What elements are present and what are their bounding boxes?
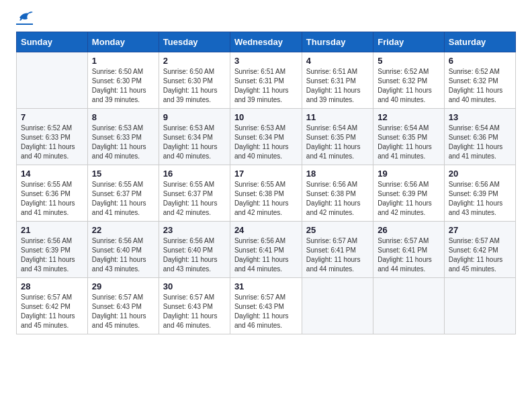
day-info: Sunrise: 6:53 AMSunset: 6:34 PMDaylight:… — [163, 124, 226, 161]
day-info: Sunrise: 6:56 AMSunset: 6:39 PMDaylight:… — [449, 180, 511, 218]
calendar-cell — [373, 278, 445, 334]
day-info: Sunrise: 6:56 AMSunset: 6:39 PMDaylight:… — [21, 236, 83, 274]
day-info: Sunrise: 6:54 AMSunset: 6:35 PMDaylight:… — [378, 124, 440, 161]
day-info: Sunrise: 6:53 AMSunset: 6:34 PMDaylight:… — [234, 124, 298, 161]
day-info: Sunrise: 6:55 AMSunset: 6:37 PMDaylight:… — [163, 180, 226, 218]
calendar-cell — [302, 278, 373, 334]
day-number: 26 — [378, 225, 440, 235]
day-info: Sunrise: 6:56 AMSunset: 6:40 PMDaylight:… — [163, 236, 226, 274]
day-number: 29 — [92, 281, 154, 291]
calendar-cell: 30Sunrise: 6:57 AMSunset: 6:43 PMDayligh… — [159, 278, 230, 334]
calendar-cell — [17, 52, 88, 109]
day-number: 8 — [92, 112, 154, 122]
calendar-cell: 18Sunrise: 6:56 AMSunset: 6:38 PMDayligh… — [302, 165, 373, 222]
calendar-header-sunday: Sunday — [17, 32, 88, 52]
day-number: 31 — [234, 281, 298, 291]
calendar-cell: 22Sunrise: 6:56 AMSunset: 6:40 PMDayligh… — [87, 222, 159, 278]
day-info: Sunrise: 6:56 AMSunset: 6:38 PMDaylight:… — [306, 180, 369, 218]
calendar-cell: 27Sunrise: 6:57 AMSunset: 6:42 PMDayligh… — [444, 222, 515, 278]
calendar-header-thursday: Thursday — [302, 32, 373, 52]
day-number: 3 — [234, 56, 298, 66]
calendar-cell: 9Sunrise: 6:53 AMSunset: 6:34 PMDaylight… — [159, 109, 230, 165]
day-info: Sunrise: 6:57 AMSunset: 6:43 PMDaylight:… — [92, 293, 154, 330]
calendar-header-row: SundayMondayTuesdayWednesdayThursdayFrid… — [17, 32, 516, 52]
calendar-header-monday: Monday — [87, 32, 159, 52]
calendar-cell: 13Sunrise: 6:54 AMSunset: 6:36 PMDayligh… — [444, 109, 515, 165]
day-info: Sunrise: 6:56 AMSunset: 6:41 PMDaylight:… — [234, 236, 298, 274]
day-number: 24 — [234, 225, 298, 235]
day-number: 23 — [163, 225, 226, 235]
day-info: Sunrise: 6:57 AMSunset: 6:42 PMDaylight:… — [21, 293, 83, 330]
day-info: Sunrise: 6:57 AMSunset: 6:41 PMDaylight:… — [378, 236, 440, 274]
day-info: Sunrise: 6:55 AMSunset: 6:38 PMDaylight:… — [234, 180, 298, 218]
calendar-cell: 23Sunrise: 6:56 AMSunset: 6:40 PMDayligh… — [159, 222, 230, 278]
day-info: Sunrise: 6:54 AMSunset: 6:35 PMDaylight:… — [306, 124, 369, 161]
logo — [16, 13, 33, 25]
calendar-header-friday: Friday — [373, 32, 445, 52]
day-number: 12 — [378, 112, 440, 122]
day-number: 5 — [378, 56, 440, 66]
calendar-cell: 8Sunrise: 6:53 AMSunset: 6:33 PMDaylight… — [87, 109, 159, 165]
day-info: Sunrise: 6:57 AMSunset: 6:41 PMDaylight:… — [306, 236, 369, 274]
day-number: 2 — [163, 56, 226, 66]
calendar-cell — [444, 278, 515, 334]
calendar-cell: 16Sunrise: 6:55 AMSunset: 6:37 PMDayligh… — [159, 165, 230, 222]
day-info: Sunrise: 6:51 AMSunset: 6:31 PMDaylight:… — [234, 67, 298, 105]
day-info: Sunrise: 6:56 AMSunset: 6:39 PMDaylight:… — [378, 180, 440, 218]
day-info: Sunrise: 6:50 AMSunset: 6:30 PMDaylight:… — [92, 67, 154, 105]
day-info: Sunrise: 6:56 AMSunset: 6:40 PMDaylight:… — [92, 236, 154, 274]
calendar-cell: 1Sunrise: 6:50 AMSunset: 6:30 PMDaylight… — [87, 52, 159, 109]
calendar-cell: 14Sunrise: 6:55 AMSunset: 6:36 PMDayligh… — [17, 165, 88, 222]
day-info: Sunrise: 6:57 AMSunset: 6:43 PMDaylight:… — [234, 293, 298, 330]
calendar-cell: 29Sunrise: 6:57 AMSunset: 6:43 PMDayligh… — [87, 278, 159, 334]
day-number: 6 — [449, 56, 511, 66]
day-number: 9 — [163, 112, 226, 122]
day-info: Sunrise: 6:54 AMSunset: 6:36 PMDaylight:… — [449, 124, 511, 161]
calendar-cell: 15Sunrise: 6:55 AMSunset: 6:37 PMDayligh… — [87, 165, 159, 222]
calendar-week-row: 21Sunrise: 6:56 AMSunset: 6:39 PMDayligh… — [17, 222, 516, 278]
page-header — [16, 13, 516, 25]
day-info: Sunrise: 6:52 AMSunset: 6:33 PMDaylight:… — [21, 124, 83, 161]
day-number: 13 — [449, 112, 511, 122]
day-number: 19 — [378, 169, 440, 179]
calendar-week-row: 7Sunrise: 6:52 AMSunset: 6:33 PMDaylight… — [17, 109, 516, 165]
calendar-cell: 26Sunrise: 6:57 AMSunset: 6:41 PMDayligh… — [373, 222, 445, 278]
day-number: 11 — [306, 112, 369, 122]
calendar-header-wednesday: Wednesday — [230, 32, 302, 52]
day-info: Sunrise: 6:57 AMSunset: 6:43 PMDaylight:… — [163, 293, 226, 330]
calendar-header-tuesday: Tuesday — [159, 32, 230, 52]
calendar-cell: 4Sunrise: 6:51 AMSunset: 6:31 PMDaylight… — [302, 52, 373, 109]
day-number: 1 — [92, 56, 154, 66]
day-info: Sunrise: 6:51 AMSunset: 6:31 PMDaylight:… — [306, 67, 369, 105]
day-info: Sunrise: 6:52 AMSunset: 6:32 PMDaylight:… — [449, 67, 511, 105]
calendar-cell: 6Sunrise: 6:52 AMSunset: 6:32 PMDaylight… — [444, 52, 515, 109]
calendar-cell: 7Sunrise: 6:52 AMSunset: 6:33 PMDaylight… — [17, 109, 88, 165]
calendar-table: SundayMondayTuesdayWednesdayThursdayFrid… — [16, 32, 516, 334]
calendar-week-row: 14Sunrise: 6:55 AMSunset: 6:36 PMDayligh… — [17, 165, 516, 222]
day-info: Sunrise: 6:57 AMSunset: 6:42 PMDaylight:… — [449, 236, 511, 274]
day-number: 27 — [449, 225, 511, 235]
day-number: 25 — [306, 225, 369, 235]
day-number: 14 — [21, 169, 83, 179]
calendar-week-row: 1Sunrise: 6:50 AMSunset: 6:30 PMDaylight… — [17, 52, 516, 109]
calendar-cell: 12Sunrise: 6:54 AMSunset: 6:35 PMDayligh… — [373, 109, 445, 165]
day-number: 22 — [92, 225, 154, 235]
calendar-cell: 2Sunrise: 6:50 AMSunset: 6:30 PMDaylight… — [159, 52, 230, 109]
day-info: Sunrise: 6:50 AMSunset: 6:30 PMDaylight:… — [163, 67, 226, 105]
day-number: 20 — [449, 169, 511, 179]
day-number: 16 — [163, 169, 226, 179]
day-number: 4 — [306, 56, 369, 66]
day-number: 7 — [21, 112, 83, 122]
day-number: 18 — [306, 169, 369, 179]
calendar-cell: 17Sunrise: 6:55 AMSunset: 6:38 PMDayligh… — [230, 165, 302, 222]
calendar-cell: 3Sunrise: 6:51 AMSunset: 6:31 PMDaylight… — [230, 52, 302, 109]
day-number: 17 — [234, 169, 298, 179]
calendar-cell: 25Sunrise: 6:57 AMSunset: 6:41 PMDayligh… — [302, 222, 373, 278]
day-number: 21 — [21, 225, 83, 235]
calendar-week-row: 28Sunrise: 6:57 AMSunset: 6:42 PMDayligh… — [17, 278, 516, 334]
calendar-cell: 24Sunrise: 6:56 AMSunset: 6:41 PMDayligh… — [230, 222, 302, 278]
calendar-cell: 10Sunrise: 6:53 AMSunset: 6:34 PMDayligh… — [230, 109, 302, 165]
logo-underline — [16, 24, 33, 25]
day-info: Sunrise: 6:55 AMSunset: 6:36 PMDaylight:… — [21, 180, 83, 218]
day-number: 10 — [234, 112, 298, 122]
